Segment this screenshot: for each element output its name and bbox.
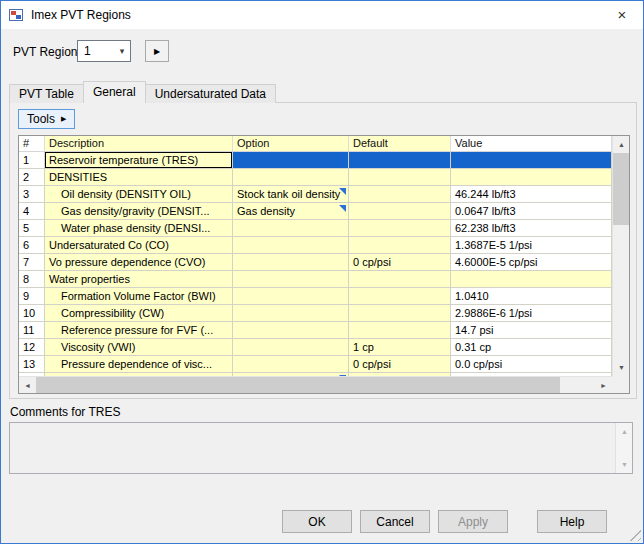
column-header-description[interactable]: Description	[45, 136, 233, 151]
value-cell[interactable]: 2.9886E-6 1/psi	[451, 305, 612, 322]
table-horizontal-scrollbar[interactable]: ◄ ►	[19, 376, 612, 393]
row-number-cell[interactable]: 13	[19, 356, 45, 373]
option-cell[interactable]	[233, 169, 349, 186]
title-bar[interactable]: Imex PVT Regions ×	[1, 1, 643, 29]
apply-button[interactable]: Apply	[438, 510, 508, 533]
table-vertical-scrollbar[interactable]: ▲ ▼	[612, 136, 629, 376]
table-row[interactable]: 5Water phase density (DENSI...62.238 lb/…	[19, 220, 612, 237]
help-button[interactable]: Help	[537, 510, 607, 533]
value-cell[interactable]: 0.0 cp/psi	[451, 356, 612, 373]
value-cell[interactable]: 4.6000E-5 cp/psi	[451, 254, 612, 271]
row-number-cell[interactable]: 3	[19, 186, 45, 203]
table-row[interactable]: 8Water properties	[19, 271, 612, 288]
option-cell[interactable]	[233, 254, 349, 271]
description-cell[interactable]: Undersaturated Co (CO)	[45, 237, 233, 254]
value-cell[interactable]: 0.0647 lb/ft3	[451, 203, 612, 220]
comments-scrollbar[interactable]: ▲ ▼	[615, 423, 632, 473]
row-number-cell[interactable]: 11	[19, 322, 45, 339]
scroll-up-icon[interactable]: ▲	[613, 136, 630, 153]
scroll-down-icon[interactable]: ▼	[616, 456, 633, 473]
value-cell[interactable]	[451, 152, 612, 169]
column-header-num[interactable]: #	[19, 136, 45, 151]
scroll-left-icon[interactable]: ◄	[19, 377, 36, 394]
description-cell[interactable]: Pressure dependence of visc...	[45, 356, 233, 373]
default-cell[interactable]: 0 cp/psi	[349, 356, 451, 373]
value-cell[interactable]: 1.3687E-5 1/psi	[451, 237, 612, 254]
vertical-scroll-thumb[interactable]	[613, 153, 629, 225]
row-number-cell[interactable]: 9	[19, 288, 45, 305]
tab-general[interactable]: General	[83, 81, 146, 103]
scroll-down-icon[interactable]: ▼	[613, 359, 630, 376]
default-cell[interactable]	[349, 220, 451, 237]
pvt-region-select[interactable]: 1 ▾	[77, 40, 131, 62]
value-cell[interactable]: 62.238 lb/ft3	[451, 220, 612, 237]
option-cell[interactable]	[233, 152, 349, 169]
row-number-cell[interactable]: 8	[19, 271, 45, 288]
description-cell[interactable]: Vo pressure dependence (CVO)	[45, 254, 233, 271]
default-cell[interactable]: 0 cp/psi	[349, 254, 451, 271]
option-cell[interactable]	[233, 356, 349, 373]
default-cell[interactable]	[349, 237, 451, 254]
description-cell[interactable]: Viscosity (VWI)	[45, 339, 233, 356]
option-cell[interactable]	[233, 288, 349, 305]
tab-undersaturated-data[interactable]: Undersaturated Data	[145, 84, 276, 103]
description-cell[interactable]: Gas density/gravity (DENSIT...	[45, 203, 233, 220]
default-cell[interactable]	[349, 152, 451, 169]
description-cell[interactable]: Formation Volume Factor (BWI)	[45, 288, 233, 305]
row-number-cell[interactable]: 12	[19, 339, 45, 356]
table-row[interactable]: 12Viscosity (VWI)1 cp0.31 cp	[19, 339, 612, 356]
row-number-cell[interactable]: 6	[19, 237, 45, 254]
option-cell[interactable]: Stock tank oil density	[233, 186, 349, 203]
table-row[interactable]: 1Reservoir temperature (TRES)	[19, 152, 612, 169]
cancel-button[interactable]: Cancel	[360, 510, 430, 533]
row-number-cell[interactable]: 10	[19, 305, 45, 322]
default-cell[interactable]	[349, 271, 451, 288]
default-cell[interactable]	[349, 322, 451, 339]
table-row[interactable]: 4Gas density/gravity (DENSIT...Gas densi…	[19, 203, 612, 220]
description-cell[interactable]: DENSITIES	[45, 169, 233, 186]
column-header-option[interactable]: Option	[233, 136, 349, 151]
comments-textarea[interactable]: ▲ ▼	[9, 422, 633, 474]
row-number-cell[interactable]: 2	[19, 169, 45, 186]
description-cell[interactable]: Reservoir temperature (TRES)	[45, 152, 233, 169]
description-cell[interactable]: Water properties	[45, 271, 233, 288]
value-cell[interactable]	[451, 271, 612, 288]
row-number-cell[interactable]: 5	[19, 220, 45, 237]
table-row[interactable]: 2DENSITIES	[19, 169, 612, 186]
option-cell[interactable]	[233, 271, 349, 288]
description-cell[interactable]: Compressibility (CW)	[45, 305, 233, 322]
scroll-right-icon[interactable]: ►	[595, 377, 612, 394]
option-cell[interactable]	[233, 220, 349, 237]
option-cell[interactable]: Gas density	[233, 203, 349, 220]
row-number-cell[interactable]: 1	[19, 152, 45, 169]
default-cell[interactable]	[349, 288, 451, 305]
description-cell[interactable]: Water phase density (DENSI...	[45, 220, 233, 237]
resize-grip[interactable]	[627, 527, 641, 541]
table-row[interactable]: 3Oil density (DENSITY OIL)Stock tank oil…	[19, 186, 612, 203]
close-button[interactable]: ×	[601, 1, 643, 28]
default-cell[interactable]: 1 cp	[349, 339, 451, 356]
default-cell[interactable]	[349, 305, 451, 322]
description-cell[interactable]: Reference pressure for FVF (...	[45, 322, 233, 339]
value-cell[interactable]: 14.7 psi	[451, 322, 612, 339]
pvt-region-menu-button[interactable]: ▶	[145, 40, 169, 62]
column-header-value[interactable]: Value	[451, 136, 612, 151]
table-row[interactable]: 9Formation Volume Factor (BWI)1.0410	[19, 288, 612, 305]
option-cell[interactable]	[233, 322, 349, 339]
value-cell[interactable]: 1.0410	[451, 288, 612, 305]
option-cell[interactable]	[233, 339, 349, 356]
default-cell[interactable]	[349, 186, 451, 203]
table-row[interactable]: 11Reference pressure for FVF (...14.7 ps…	[19, 322, 612, 339]
value-cell[interactable]: 46.244 lb/ft3	[451, 186, 612, 203]
column-header-default[interactable]: Default	[349, 136, 451, 151]
table-row[interactable]: 7Vo pressure dependence (CVO)0 cp/psi4.6…	[19, 254, 612, 271]
description-cell[interactable]: Oil density (DENSITY OIL)	[45, 186, 233, 203]
option-cell[interactable]	[233, 237, 349, 254]
table-row[interactable]: 13Pressure dependence of visc...0 cp/psi…	[19, 356, 612, 373]
default-cell[interactable]	[349, 203, 451, 220]
tab-pvt-table[interactable]: PVT Table	[9, 84, 84, 103]
option-cell[interactable]	[233, 305, 349, 322]
value-cell[interactable]	[451, 169, 612, 186]
value-cell[interactable]: 0.31 cp	[451, 339, 612, 356]
tools-button[interactable]: Tools ▶	[18, 109, 75, 129]
